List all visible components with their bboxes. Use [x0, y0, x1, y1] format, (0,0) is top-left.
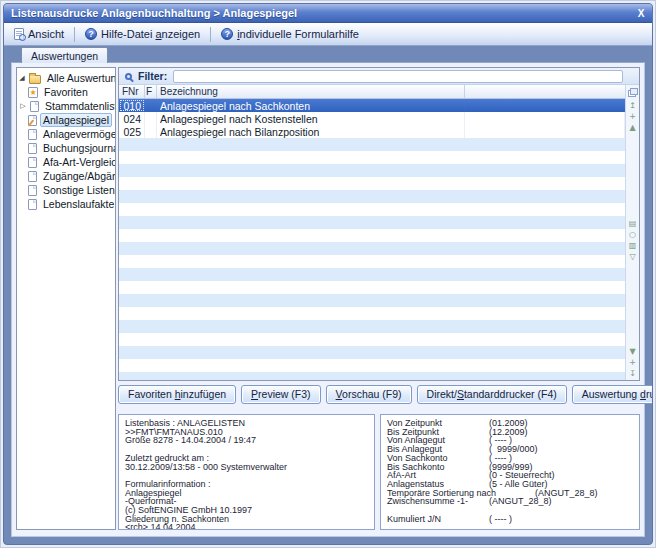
- page-up-icon[interactable]: +: [629, 112, 636, 122]
- evaluation-grid: Filter: FNr F Bezeichnung 010: [118, 67, 640, 381]
- document-edit-icon: [28, 115, 37, 126]
- grid-main: FNr F Bezeichnung 010 Anlagespiegel nach…: [119, 85, 625, 380]
- tree-children: Favoriten ▷ Stammdatenlisten Anlagespieg…: [18, 85, 114, 211]
- info-line: 30.12.2009/13:58 - 000 Systemverwalter: [125, 463, 368, 472]
- toolbar-separator: [210, 27, 211, 42]
- content-panel: ◢ Alle Auswertungen Favoriten ▷ Stammdat…: [11, 62, 645, 537]
- page-down-icon[interactable]: +: [629, 358, 636, 368]
- tree-item-anlagevermoegen[interactable]: Anlagevermögen: [18, 127, 114, 141]
- scroll-bottom-group: ▼ + ↧: [629, 347, 636, 379]
- filter-input[interactable]: [173, 70, 623, 83]
- hilfe-datei-label: Hilfe-Datei anzeigen: [101, 28, 200, 40]
- column-header-empty: [465, 85, 625, 98]
- tree-item-anlagespiegel[interactable]: Anlagespiegel: [18, 113, 114, 127]
- formularhilfe-label: individuelle Formularhilfe: [237, 28, 359, 40]
- formularhilfe-button[interactable]: individuelle Formularhilfe: [215, 26, 365, 42]
- tree-item-favoriten[interactable]: Favoriten: [18, 85, 114, 99]
- document-icon: [28, 199, 37, 210]
- window-frame: Listenausdrucke Anlagenbuchhaltung > Anl…: [0, 0, 656, 548]
- expander-expanded-icon[interactable]: ◢: [18, 74, 26, 82]
- table-row[interactable]: 025 Anlagespiegel nach Bilanzposition: [119, 125, 625, 138]
- tree-item-zugaenge-abgaenge[interactable]: Zugänge/Abgänge: [18, 169, 114, 183]
- document-icon: [28, 157, 37, 168]
- column-header-fnr[interactable]: FNr: [119, 85, 145, 98]
- tree-item-buchungsjournal[interactable]: Buchungsjournal: [18, 141, 114, 155]
- grid-body: FNr F Bezeichnung 010 Anlagespiegel nach…: [119, 85, 639, 380]
- table-row[interactable]: 024 Anlagespiegel nach Kostenstellen: [119, 112, 625, 125]
- column-header-f[interactable]: F: [145, 85, 157, 98]
- tab-auswertungen[interactable]: Auswertungen: [21, 47, 108, 63]
- help-icon: [221, 28, 233, 40]
- favoriten-hinzufuegen-button[interactable]: Favoriten hinzufügen: [118, 385, 236, 404]
- ansicht-label: Ansicht: [28, 28, 64, 40]
- param-row: Kumuliert J/N( ---- ): [387, 515, 633, 524]
- save-layout-icon[interactable]: ▥: [629, 241, 637, 251]
- toolbar: Ansicht Hilfe-Datei anzeigen individuell…: [4, 23, 652, 46]
- scroll-up-icon[interactable]: ▲: [629, 123, 635, 133]
- scroll-down-icon[interactable]: ▼: [629, 347, 635, 357]
- preview-button[interactable]: Preview (F3): [241, 385, 321, 404]
- document-icon: [28, 171, 37, 182]
- action-button-row: Favoriten hinzufügen Preview (F3) Vorsch…: [118, 385, 653, 404]
- filter-row: Filter:: [119, 68, 639, 85]
- column-select-icon[interactable]: [628, 88, 638, 97]
- info-line: <rch> 14.04.2004: [125, 523, 368, 530]
- title-bar: Listenausdrucke Anlagenbuchhaltung > Anl…: [4, 4, 652, 23]
- filter-tool-icon[interactable]: ▽: [629, 252, 635, 262]
- tree-item-afa-art-vergleich[interactable]: Afa-Art-Vergleich: [18, 155, 114, 169]
- toolbar-separator: [74, 27, 75, 42]
- scroll-top-group: ↥ + ▲: [629, 101, 636, 133]
- search-tool-icon[interactable]: ○: [629, 230, 636, 240]
- document-icon: [28, 143, 37, 154]
- preview-page-icon: [14, 28, 24, 40]
- info-line: Größe 8278 - 14.04.2004 / 19:47: [125, 436, 368, 445]
- list-view-icon[interactable]: ▤: [629, 219, 637, 229]
- ansicht-button[interactable]: Ansicht: [8, 26, 70, 42]
- grid-header-row: FNr F Bezeichnung: [119, 85, 625, 99]
- parameter-panel: Von Zeitpunkt(01.2009) Bis Zeitpunkt(12.…: [380, 414, 640, 530]
- param-row: Zwischensumme -1-(ANGUT_28_8): [387, 497, 633, 506]
- grid-empty-rows: [119, 138, 625, 380]
- grid-side-strip: ↥ + ▲ ▤ ○ ▥ ▽ ▼: [625, 85, 639, 380]
- expander-collapsed-icon[interactable]: ▷: [19, 102, 27, 110]
- list-info-panel: Listenbasis : ANLAGELISTEN >>FMT\FMTANAU…: [118, 414, 375, 530]
- evaluation-tree: ◢ Alle Auswertungen Favoriten ▷ Stammdat…: [16, 67, 116, 530]
- tree-root-alle-auswertungen[interactable]: ◢ Alle Auswertungen: [18, 71, 114, 85]
- document-icon: [28, 185, 37, 196]
- filter-label: Filter:: [138, 70, 167, 82]
- tree-item-sonstige-listen[interactable]: Sonstige Listen: [18, 183, 114, 197]
- scroll-last-icon[interactable]: ↧: [629, 369, 636, 379]
- auswertung-drucken-button[interactable]: Auswertung drucken: [572, 385, 653, 404]
- direkt-standarddrucker-button[interactable]: Direkt/Standarddrucker (F4): [417, 385, 567, 404]
- column-header-bezeichnung[interactable]: Bezeichnung: [157, 85, 465, 98]
- app-window: Listenausdrucke Anlagenbuchhaltung > Anl…: [3, 3, 653, 545]
- grid-tools-group: ▤ ○ ▥ ▽: [629, 219, 637, 262]
- document-icon: [30, 101, 39, 112]
- tree-item-stammdatenlisten[interactable]: ▷ Stammdatenlisten: [18, 99, 114, 113]
- close-button[interactable]: X: [630, 8, 652, 19]
- vorschau-button[interactable]: Vorschau (F9): [326, 385, 412, 404]
- search-icon: [125, 73, 132, 80]
- window-title: Listenausdrucke Anlagenbuchhaltung > Anl…: [4, 7, 630, 19]
- folder-icon: [29, 75, 41, 84]
- hilfe-datei-button[interactable]: Hilfe-Datei anzeigen: [79, 26, 206, 42]
- help-icon: [85, 28, 97, 40]
- scroll-first-icon[interactable]: ↥: [629, 101, 636, 111]
- tree-item-lebenslaufakte[interactable]: Lebenslaufakte: [18, 197, 114, 211]
- document-icon: [28, 129, 37, 140]
- tab-strip: Auswertungen: [4, 46, 652, 62]
- table-row[interactable]: 010 Anlagespiegel nach Sachkonten: [119, 99, 625, 112]
- favorites-star-icon: [28, 87, 38, 98]
